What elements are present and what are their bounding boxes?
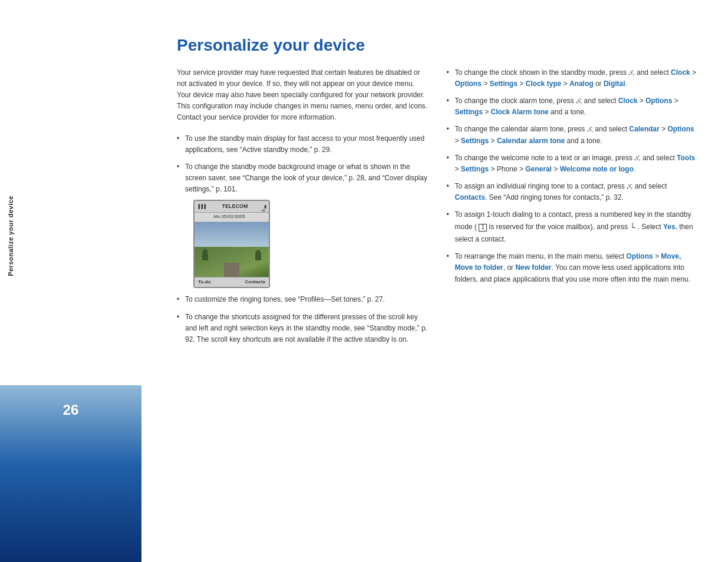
- link-calendaralarmtone: Calendar alarm tone: [497, 137, 565, 145]
- back-icon: └: [630, 223, 635, 232]
- right-column: To change the clock shown in the standby…: [447, 67, 699, 538]
- sidebar-label-wrapper: Personalize your device: [0, 118, 21, 353]
- link-clock-2: Clock: [618, 97, 638, 105]
- link-analog: Analog: [569, 80, 594, 88]
- phone-image-area: [195, 222, 269, 277]
- main-content: Personalize your device Your service pro…: [141, 0, 728, 562]
- phone-date: Mo 05/02/2005: [213, 214, 245, 219]
- bullet-clock-alarm: To change the clock alarm tone, press 𝓢,…: [447, 95, 699, 118]
- bullet-standby-main: To use the standby main display for fast…: [177, 133, 429, 156]
- sidebar-gradient-footer: 26: [0, 385, 141, 562]
- bullet-welcome-note: To change the welcome note to a text or …: [447, 153, 699, 175]
- phone-road: [224, 263, 239, 276]
- link-tools: Tools: [677, 154, 695, 162]
- softkey-left: To-do: [198, 279, 211, 286]
- link-contacts: Contacts: [455, 193, 485, 201]
- phone-tree-left: [202, 249, 208, 260]
- phone-date-bar: Mo 05/02/2005 ✉: [195, 213, 269, 222]
- link-settings-3: Settings: [461, 137, 489, 145]
- bullet-calendar-alarm: To change the calendar alarm tone, press…: [447, 124, 699, 146]
- phone-mockup: ▐▐▐ TELECOM ▮ Mo 0: [193, 200, 270, 288]
- phone-footer: To-do Contacts: [195, 277, 269, 287]
- link-yes: Yes: [663, 223, 676, 231]
- left-column: Your service provider may have requested…: [177, 67, 429, 538]
- link-calendar: Calendar: [629, 125, 659, 133]
- menu-icon-4: 𝓢: [634, 154, 638, 161]
- bullet-clock-standby: To change the clock shown in the standby…: [447, 67, 699, 90]
- softkey-right: Contacts: [245, 279, 265, 286]
- bullet-rearrange-menu: To rearrange the main menu, in the main …: [447, 251, 699, 285]
- phone-envelope-icon: ✉: [262, 207, 265, 214]
- link-options-3: Options: [667, 125, 694, 133]
- link-welcomenote: Welcome note or logo: [560, 165, 634, 173]
- number-badge: 1: [479, 224, 487, 232]
- bullet-ringing-tone-contact: To assign an individual ringing tone to …: [447, 181, 699, 203]
- phone-sky: [195, 222, 269, 247]
- link-clock-1: Clock: [671, 68, 690, 77]
- menu-icon-1: 𝓢: [628, 69, 633, 76]
- phone-screen: ▐▐▐ TELECOM ▮ Mo 0: [195, 201, 269, 287]
- bullet-shortcuts: To change the shortcuts assigned for the…: [177, 312, 429, 346]
- phone-header-left: ▐▐▐: [197, 203, 206, 210]
- menu-icon-5: 𝓢: [627, 183, 631, 190]
- page-container: Personalize your device 26 Personalize y…: [0, 0, 728, 562]
- link-options-2: Options: [645, 97, 672, 105]
- menu-icon-3: 𝓢: [587, 125, 591, 133]
- intro-paragraph: Your service provider may have requested…: [177, 67, 429, 124]
- left-bullet-list: To use the standby main display for fast…: [177, 133, 429, 352]
- link-settings-1: Settings: [490, 80, 518, 88]
- link-newfolder: New folder: [515, 263, 551, 272]
- link-digital: Digital: [604, 80, 625, 88]
- signal-icon: ▐▐▐: [197, 203, 206, 210]
- right-bullet-list: To change the clock shown in the standby…: [447, 67, 699, 291]
- phone-header: ▐▐▐ TELECOM ▮: [195, 201, 269, 212]
- link-general: General: [525, 165, 552, 173]
- bullet-1touch-dialing: To assign 1-touch dialing to a contact, …: [447, 209, 699, 245]
- phone-tree-right: [255, 250, 261, 260]
- left-sidebar: Personalize your device 26: [0, 0, 141, 562]
- page-title: Personalize your device: [177, 35, 699, 55]
- carrier-name: TELECOM: [222, 202, 248, 210]
- link-settings-4: Settings: [461, 165, 489, 173]
- content-body: Your service provider may have requested…: [177, 67, 699, 538]
- link-options-1: Options: [455, 80, 482, 88]
- bullet-change-standby: To change the standby mode background im…: [177, 161, 429, 289]
- menu-icon-2: 𝓢: [576, 97, 580, 104]
- link-clockalarmtone: Clock Alarm tone: [491, 108, 549, 116]
- page-number: 26: [63, 402, 79, 418]
- link-clocktype: Clock type: [526, 80, 562, 88]
- bullet-ringing-tones: To customize the ringing tones, see “Pro…: [177, 294, 429, 305]
- link-options-5: Options: [626, 252, 653, 260]
- sidebar-label: Personalize your device: [7, 196, 14, 276]
- link-settings-2: Settings: [455, 108, 483, 116]
